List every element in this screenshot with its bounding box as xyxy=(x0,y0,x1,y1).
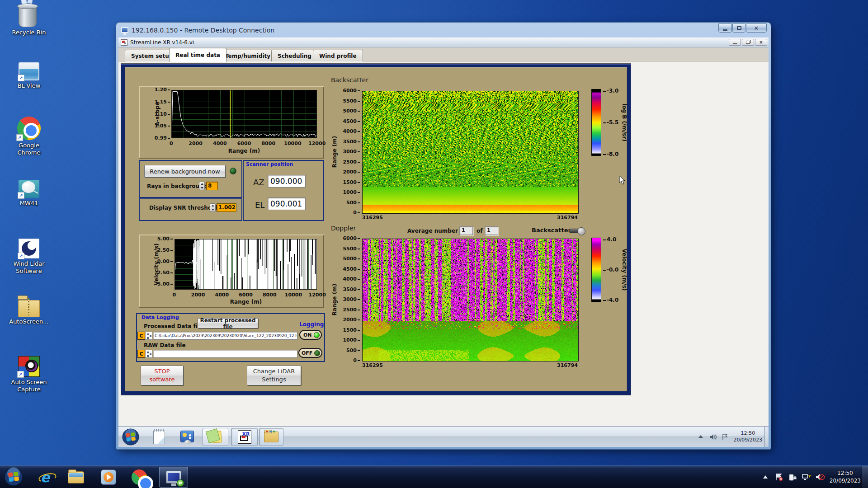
doppler-y-label: Range (m) xyxy=(331,284,338,315)
velocity-curve xyxy=(175,239,316,289)
snr-spinner[interactable] xyxy=(210,203,216,212)
tab-temp-humidity[interactable]: Temp/humidity xyxy=(219,50,277,61)
host-taskbar: e ⇄ ! 12:5020/09/2023 xyxy=(0,465,868,488)
ascope-curve xyxy=(172,90,316,138)
host-clock[interactable]: 12:5020/09/2023 xyxy=(830,469,861,485)
rays-value-field[interactable]: 8 xyxy=(206,182,218,190)
drive-letter-box[interactable]: C xyxy=(137,350,145,358)
app-restore-button[interactable] xyxy=(742,39,754,46)
remote-clock[interactable]: 12:5020/09/2023 xyxy=(734,430,762,444)
path-browse-icon[interactable] xyxy=(145,350,152,358)
average-number-label: Average number xyxy=(407,228,458,234)
internet-explorer-icon[interactable]: e xyxy=(37,469,53,485)
shortcut-arrow-icon: ↗ xyxy=(16,134,23,141)
doppler-colorbar xyxy=(591,238,601,302)
renew-led-indicator xyxy=(230,168,236,174)
remote-desktop: StreamLine XR v14-6.vi × System setup Re… xyxy=(118,38,769,447)
start-orb-icon xyxy=(122,428,139,446)
doppler-colorbar-label: Velocity (m/s) xyxy=(621,249,627,291)
shortcut-arrow-icon: ↗ xyxy=(18,253,24,259)
windows-explorer-icon[interactable] xyxy=(68,469,84,485)
tab-scheduling[interactable]: Scheduling xyxy=(271,50,318,61)
backscatter-doppler-toggle[interactable] xyxy=(569,229,585,233)
host-start-button[interactable] xyxy=(4,467,24,488)
on-lamp-icon xyxy=(314,332,320,338)
tab-wind-profile[interactable]: Wind profile xyxy=(313,50,363,61)
media-player-icon[interactable] xyxy=(100,469,117,485)
average-total-field[interactable]: 1 xyxy=(485,226,498,235)
rdp-window-title: 192.168.0.150 - Remote Desktop Connectio… xyxy=(132,27,274,34)
tab-real-time-data[interactable]: Real time data xyxy=(169,48,226,62)
raw-path-field[interactable] xyxy=(153,350,297,358)
app-close-button[interactable]: × xyxy=(755,39,767,46)
zip-folder-icon xyxy=(18,298,40,316)
remote-taskbar: XR 12:5020/09/2023 xyxy=(118,426,769,447)
change-lidar-settings-button[interactable]: Change LiDARSettings xyxy=(247,366,301,385)
desktop-icon-label: Google Chrome xyxy=(11,142,47,157)
action-center-flag-icon[interactable] xyxy=(774,473,783,481)
raw-logging-toggle[interactable]: OFF xyxy=(298,348,322,358)
desktop-icon-wind-lidar[interactable]: ↗ Wind Lidar Software xyxy=(2,239,56,275)
drive-letter-box[interactable]: C xyxy=(137,332,145,340)
backscatter-x-end: 316794 xyxy=(557,215,578,221)
app-titlebar[interactable]: StreamLine XR v14-6.vi × xyxy=(118,38,769,47)
sticky-notes-button[interactable] xyxy=(203,428,228,446)
restart-processed-file-button[interactable]: Restart processed file xyxy=(198,318,258,328)
mw41-icon: ↗ xyxy=(19,180,39,198)
chrome-taskbar-icon[interactable] xyxy=(131,469,147,485)
desktop-icon-autoscreen-zip[interactable]: AutoScreen... xyxy=(2,298,56,325)
chrome-icon: ↗ xyxy=(17,117,41,140)
rdp-monitor-icon: ⇄ xyxy=(166,471,181,483)
ascope-y-label: A-scope xyxy=(154,102,160,126)
sticky-notes-icon xyxy=(209,431,222,443)
processed-path-field[interactable]: C:\Lidar\Data\Proc\2023\202309\20230920\… xyxy=(153,332,297,340)
close-button[interactable]: ✕ xyxy=(746,23,767,33)
doppler-y-ticks: 6000550050004500400035003000250020001500… xyxy=(342,236,360,363)
desktop-icon-google-chrome[interactable]: ↗ Google Chrome xyxy=(2,117,56,157)
control-app-icon[interactable] xyxy=(180,430,194,444)
notepad-icon[interactable] xyxy=(152,430,166,444)
rdp-taskbar-button[interactable]: ⇄ xyxy=(159,467,188,488)
maximize-button[interactable] xyxy=(732,23,745,33)
streamline-xr-button[interactable]: XR xyxy=(231,428,258,446)
average-number-field[interactable]: 1 xyxy=(459,226,473,235)
tray-expand-icon[interactable] xyxy=(697,433,705,441)
host-tray: ! 12:5020/09/2023 xyxy=(756,466,861,488)
desktop-icon-mw41[interactable]: ↗ MW41 xyxy=(2,180,56,207)
action-center-flag-icon[interactable] xyxy=(721,433,729,441)
desktop-icon-bl-view[interactable]: ↗ BL-View xyxy=(2,62,56,89)
tray-expand-icon[interactable] xyxy=(761,473,770,481)
wind-lidar-icon: ↗ xyxy=(19,239,39,258)
desktop-icon-auto-screen-capture[interactable]: ↗ Auto Screen Capture xyxy=(2,356,56,394)
backscatter-toggle-label: Backscatter xyxy=(532,227,571,234)
scanner-position-title: Scanner position xyxy=(246,161,293,167)
desktop-icon-recycle-bin[interactable]: Recycle Bin xyxy=(2,4,56,36)
speaker-icon[interactable] xyxy=(709,433,717,441)
file-manager-button[interactable] xyxy=(259,428,283,446)
desktop-icon-label: Auto Screen Capture xyxy=(8,379,50,394)
desktop-icon-label: AutoScreen... xyxy=(9,318,48,325)
shortcut-arrow-icon: ↗ xyxy=(18,75,24,81)
power-plug-icon[interactable] xyxy=(788,473,797,481)
velocity-y-ticks: 5.002.500.00-2.50-5.00 xyxy=(148,236,173,287)
desktop-icon-label: BL-View xyxy=(18,82,41,89)
stop-software-button[interactable]: STOPsoftware xyxy=(141,366,184,385)
show-desktop-button[interactable] xyxy=(862,466,868,488)
minimize-button[interactable] xyxy=(718,23,732,33)
speaker-muted-icon[interactable] xyxy=(815,473,824,481)
snr-value-field[interactable]: 1.002 xyxy=(217,203,236,212)
remote-show-desktop[interactable] xyxy=(764,427,769,447)
app-minimize-button[interactable] xyxy=(729,39,741,46)
start-orb-icon xyxy=(4,467,24,487)
renew-background-button[interactable]: Renew background now xyxy=(144,165,226,178)
remote-start-button[interactable] xyxy=(122,428,139,447)
logging-label: Logging xyxy=(299,321,324,328)
network-warning-icon[interactable]: ! xyxy=(802,473,811,481)
rays-spinner[interactable] xyxy=(199,182,205,190)
processed-logging-toggle[interactable]: ON xyxy=(299,330,322,340)
rdp-titlebar[interactable]: 192.168.0.150 - Remote Desktop Connectio… xyxy=(118,23,769,38)
rdp-window: 192.168.0.150 - Remote Desktop Connectio… xyxy=(116,23,771,449)
tab-strip: System setup Real time data Temp/humidit… xyxy=(118,47,769,61)
shortcut-arrow-icon: ↗ xyxy=(17,371,24,378)
path-browse-icon[interactable] xyxy=(145,332,152,340)
